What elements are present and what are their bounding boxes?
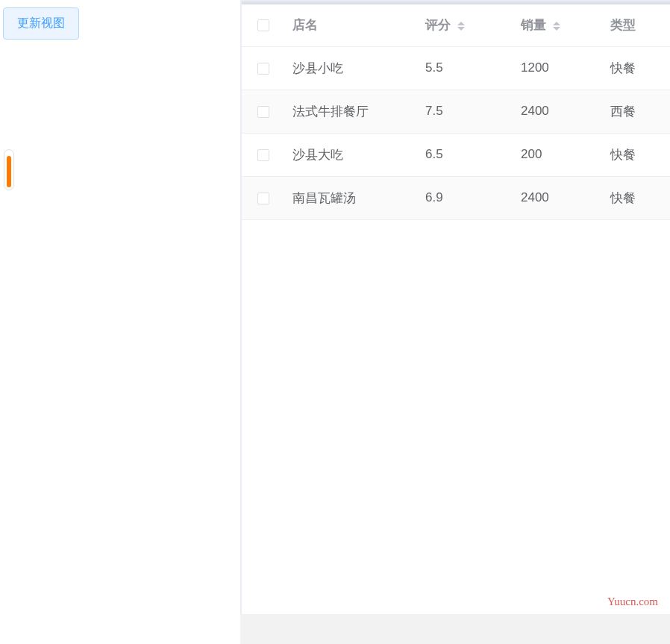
table-header-row: 店名 评分 销量 类型 [242, 4, 670, 46]
cell-type: 快餐 [603, 46, 670, 90]
sort-carets-sales [553, 22, 560, 31]
row-checkbox[interactable] [257, 106, 269, 118]
cell-sales: 2400 [513, 176, 603, 219]
update-view-button[interactable]: 更新视图 [3, 7, 79, 40]
cell-type: 快餐 [603, 176, 670, 219]
header-sales-label: 销量 [521, 18, 546, 32]
sort-up-icon[interactable] [457, 22, 465, 25]
row-checkbox-cell [242, 176, 285, 219]
header-sales[interactable]: 销量 [513, 4, 603, 46]
row-checkbox[interactable] [257, 193, 269, 204]
cell-name: 法式牛排餐厅 [285, 90, 418, 133]
cell-rating: 7.5 [418, 90, 513, 133]
header-type: 类型 [603, 4, 670, 46]
left-panel: 更新视图 [0, 0, 231, 644]
cell-type: 西餐 [603, 90, 670, 133]
table-row[interactable]: 沙县小吃5.51200快餐 [242, 46, 670, 90]
cell-rating: 5.5 [418, 46, 513, 90]
header-name-label: 店名 [292, 18, 318, 32]
row-checkbox-cell [242, 90, 285, 133]
slider-fill [7, 156, 11, 187]
sort-down-icon[interactable] [553, 27, 560, 31]
cell-rating: 6.5 [418, 133, 513, 176]
sort-down-icon[interactable] [457, 27, 465, 31]
cell-sales: 2400 [513, 90, 603, 133]
sort-up-icon[interactable] [553, 22, 560, 25]
header-name: 店名 [285, 4, 418, 46]
table-row[interactable]: 法式牛排餐厅7.52400西餐 [242, 90, 670, 133]
cell-sales: 1200 [513, 46, 603, 90]
cell-type: 快餐 [603, 133, 670, 176]
row-checkbox[interactable] [257, 63, 269, 75]
cell-sales: 200 [513, 133, 603, 176]
cell-rating: 6.9 [418, 176, 513, 219]
cell-name: 南昌瓦罐汤 [285, 176, 418, 219]
sort-carets-rating [457, 22, 465, 31]
vertical-slider[interactable] [4, 149, 14, 190]
select-all-checkbox[interactable] [257, 19, 269, 31]
watermark: Yuucn.com [607, 595, 658, 608]
header-checkbox-cell [242, 4, 285, 46]
header-type-label: 类型 [610, 18, 636, 32]
row-checkbox[interactable] [257, 149, 269, 161]
cell-name: 沙县大吃 [285, 133, 418, 176]
header-rating-label: 评分 [425, 18, 451, 32]
data-table: 店名 评分 销量 类型 [242, 4, 670, 220]
table-panel: 店名 评分 销量 类型 [240, 0, 670, 644]
table-row[interactable]: 南昌瓦罐汤6.92400快餐 [242, 176, 670, 219]
cell-name: 沙县小吃 [285, 46, 418, 90]
row-checkbox-cell [242, 46, 285, 90]
table-footer-bar [240, 614, 670, 644]
header-rating[interactable]: 评分 [418, 4, 513, 46]
row-checkbox-cell [242, 133, 285, 176]
table-row[interactable]: 沙县大吃6.5200快餐 [242, 133, 670, 176]
